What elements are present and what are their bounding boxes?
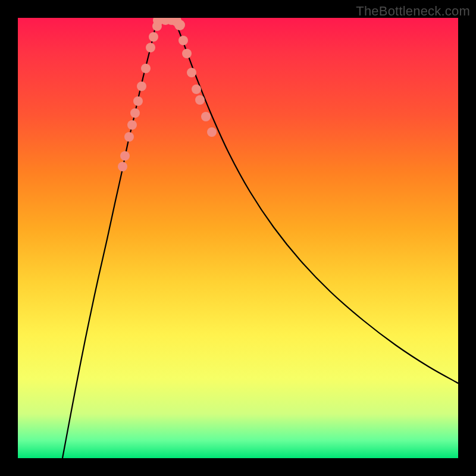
data-marker [192,84,201,94]
data-marker [178,36,188,45]
watermark-text: TheBottleneck.com [356,4,470,19]
curve-right-curve [174,19,458,383]
data-marker [118,162,127,171]
data-marker [195,95,205,105]
plot-svg [18,18,458,458]
data-marker [146,43,155,52]
data-marker [133,96,143,106]
data-marker [174,20,185,30]
data-marker [124,132,134,142]
data-marker [127,120,137,130]
data-marker [120,151,130,161]
data-marker [207,127,217,137]
data-marker [141,64,151,73]
data-marker [130,108,140,118]
data-marker [149,32,158,42]
data-marker [182,49,192,58]
data-marker [187,68,196,77]
plot-area [18,18,458,458]
data-marker [201,112,211,121]
data-marker [137,82,146,91]
chart-frame: TheBottleneck.com [0,0,476,476]
